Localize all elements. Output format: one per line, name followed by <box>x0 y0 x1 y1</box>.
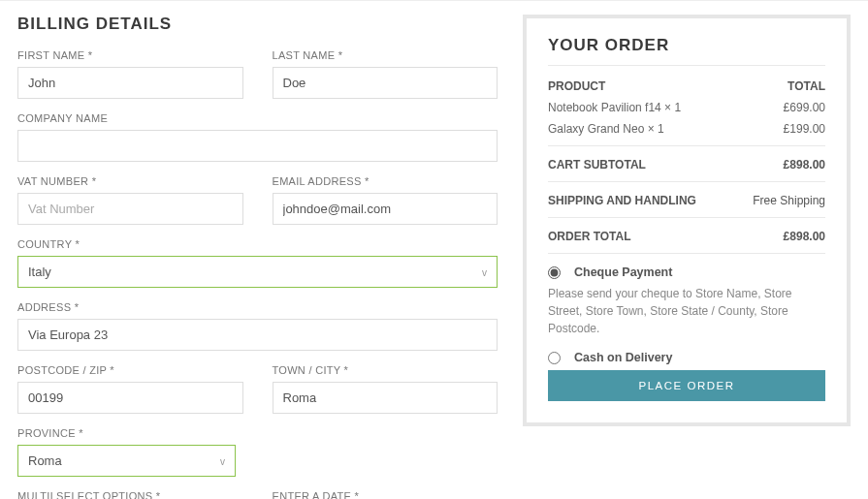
town-label: TOWN / CITY <box>273 364 498 376</box>
pay-cod-label: Cash on Delivery <box>574 351 672 364</box>
product-col: PRODUCT <box>548 79 605 93</box>
first-name-input[interactable] <box>17 67 243 99</box>
country-value: Italy <box>28 265 51 279</box>
order-summary: YOUR ORDER PRODUCT TOTAL Notebook Pavili… <box>523 15 851 426</box>
pay-cheque-desc: Please send your cheque to Store Name, S… <box>548 285 825 337</box>
multiselect-label: MULTILSELECT OPTIONS <box>17 490 243 499</box>
vat-input[interactable] <box>17 193 243 225</box>
place-order-button[interactable]: PLACE ORDER <box>548 370 825 401</box>
company-label: COMPANY NAME <box>17 112 498 124</box>
date-label: ENTER A DATE <box>273 490 498 499</box>
last-name-input[interactable] <box>273 67 498 99</box>
country-select[interactable]: Italy v <box>17 256 498 288</box>
item-price: £199.00 <box>784 122 825 136</box>
address-label: ADDRESS <box>17 301 498 313</box>
email-input[interactable] <box>273 193 498 225</box>
postcode-input[interactable] <box>17 382 243 414</box>
shipping-label: SHIPPING AND HANDLING <box>548 194 696 207</box>
order-heading: YOUR ORDER <box>548 36 825 55</box>
item-name: Galaxy Grand Neo × 1 <box>548 122 664 136</box>
pay-cheque-option[interactable]: Cheque Payment <box>548 265 825 279</box>
order-item: Notebook Pavilion f14 × 1 £699.00 <box>548 101 825 114</box>
pay-cheque-label: Cheque Payment <box>574 265 672 279</box>
chevron-down-icon: v <box>220 455 225 466</box>
ordertotal-value: £898.00 <box>784 230 825 243</box>
province-value: Roma <box>28 453 62 468</box>
total-col: TOTAL <box>788 79 825 93</box>
province-label: PROVINCE <box>17 427 243 439</box>
billing-heading: BILLING DETAILS <box>17 15 498 34</box>
province-select[interactable]: Roma v <box>17 445 236 477</box>
item-price: £699.00 <box>784 101 825 114</box>
chevron-down-icon: v <box>482 266 487 277</box>
ordertotal-label: ORDER TOTAL <box>548 230 631 243</box>
country-label: COUNTRY <box>17 238 498 250</box>
address-input[interactable] <box>17 319 498 351</box>
item-name: Notebook Pavilion f14 × 1 <box>548 101 681 114</box>
subtotal-value: £898.00 <box>784 158 825 172</box>
email-label: EMAIL ADDRESS <box>273 175 498 187</box>
shipping-value: Free Shipping <box>753 194 825 207</box>
subtotal-label: CART SUBTOTAL <box>548 158 646 172</box>
pay-cod-radio[interactable] <box>548 352 561 364</box>
pay-cod-option[interactable]: Cash on Delivery <box>548 351 825 364</box>
postcode-label: POSTCODE / ZIP <box>17 364 243 376</box>
pay-cheque-radio[interactable] <box>548 266 561 279</box>
order-item: Galaxy Grand Neo × 1 £199.00 <box>548 122 825 136</box>
first-name-label: FIRST NAME <box>17 49 243 61</box>
vat-label: VAT NUMBER <box>17 175 243 187</box>
last-name-label: LAST NAME <box>273 49 498 61</box>
town-input[interactable] <box>273 382 498 414</box>
company-input[interactable] <box>17 130 498 162</box>
